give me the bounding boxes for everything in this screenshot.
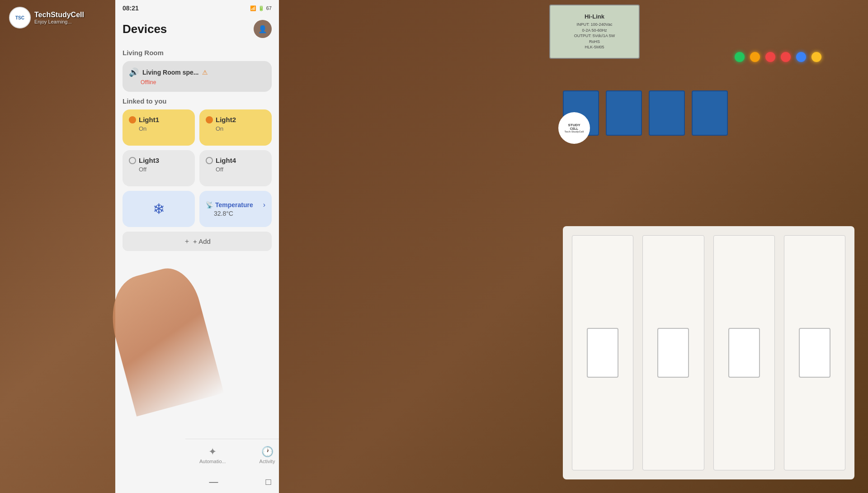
battery-icon: 🔋 [258,5,264,11]
led-indicators [735,52,821,62]
device-status: Offline [141,79,265,85]
light2-bulb-icon [206,116,213,123]
device-name: Living Room spe... [142,69,198,76]
switch-2[interactable] [642,235,704,470]
brand-overlay: TSC TechStudyCell Enjoy Learning... [9,7,84,28]
status-icons: 📶 🔋 67 [250,5,272,11]
automation-label: Automatio... [199,459,226,464]
living-room-device-card[interactable]: 🔊 Living Room spe... ⚠ Offline [123,61,272,92]
light4-status: Off [216,166,265,173]
automation-icon: ✦ [208,446,217,458]
activity-icon: 🕐 [261,446,274,458]
switch-toggle-4[interactable] [799,328,830,378]
wifi-icon: 📡 [206,201,213,209]
temperature-card[interactable]: 📡 Temperature › 32.8°C [199,191,272,227]
switch-1[interactable] [572,235,633,470]
add-icon: ＋ [184,237,190,246]
status-bar: 08:21 📶 🔋 67 [115,0,279,16]
add-label: + Add [193,237,211,245]
led-blue [796,52,806,62]
brand-logo: TSC [9,7,31,28]
led-red-2 [781,52,791,62]
activity-label: Activity [259,459,275,464]
brand-text-block: TechStudyCell Enjoy Learning... [34,11,84,24]
light1-status: On [139,125,189,132]
light3-header: Light3 [129,156,189,164]
relay-2 [606,90,642,136]
switch-4[interactable] [784,235,845,470]
switch-panel [563,226,854,479]
light4-card[interactable]: Light4 Off [199,150,272,186]
light3-card[interactable]: Light3 Off [123,150,195,186]
linked-section-label: Linked to you [123,97,272,105]
hilink-module: Hi-Link INPUT: 100-240Vac0-2A 50-60HzOUT… [549,5,640,59]
hilink-specs: INPUT: 100-240Vac0-2A 50-60HzOUTPUT: 5Vd… [574,22,615,50]
led-green [735,52,745,62]
temp-name: Temperature [215,201,261,209]
living-room-section-label: Living Room [123,49,272,57]
phone-screen: 08:21 📶 🔋 67 Devices 👤 Living Room 🔊 Liv… [115,0,279,493]
bottom-nav: ✦ Automatio... 🕐 Activity ⚙ Settings [185,439,279,470]
led-red-1 [765,52,775,62]
temp-arrow-icon: › [263,201,265,209]
light3-name: Light3 [139,156,159,164]
light1-card[interactable]: Light1 On [123,109,195,146]
system-nav: — □ ◁ [185,470,279,493]
hardware-background: Hi-Link INPUT: 100-240Vac0-2A 50-60HzOUT… [251,0,868,493]
led-yellow [750,52,760,62]
fan-card[interactable]: ❄ [123,191,195,227]
light2-header: Light2 [206,116,265,123]
phone-wrapper: 08:21 📶 🔋 67 Devices 👤 Living Room 🔊 Liv… [45,0,298,493]
nav-item-activity[interactable]: 🕐 Activity [240,446,279,464]
light1-header: Light1 [129,116,189,123]
recent-apps-button[interactable]: — [209,477,218,487]
switch-toggle-2[interactable] [657,328,689,378]
studycell-label: STUDY CELL Tech StudyCell [558,112,590,144]
brand-name: TechStudyCell [34,11,84,19]
app-header: Devices 👤 [115,16,279,43]
light4-name: Light4 [216,156,236,164]
avatar[interactable]: 👤 [254,20,272,38]
light2-status: On [216,125,265,132]
light4-header: Light4 [206,156,265,164]
light4-bulb-icon [206,157,213,164]
signal-icon: 📶 [250,5,256,11]
switch-3[interactable] [713,235,775,470]
light2-card[interactable]: Light2 On [199,109,272,146]
light3-bulb-icon [129,157,136,164]
device-icon-row: 🔊 Living Room spe... ⚠ [129,67,265,77]
add-button[interactable]: ＋ + Add [123,232,272,251]
relay-3 [649,90,685,136]
relay-4 [692,90,728,136]
battery-percent: 67 [266,5,272,11]
brand-tagline: Enjoy Learning... [34,19,84,24]
light1-bulb-icon [129,116,136,123]
temp-value: 32.8°C [214,210,265,217]
home-button[interactable]: □ [265,477,271,487]
warning-icon: ⚠ [202,69,208,76]
app-title: Devices [123,22,167,36]
light1-name: Light1 [139,116,159,123]
switch-toggle-1[interactable] [587,328,618,378]
hilink-brand: Hi-Link [585,13,604,20]
lights-grid: Light1 On Light2 On Light3 [123,109,272,186]
brand-logo-text: TSC [15,15,24,20]
light3-status: Off [139,166,189,173]
switch-toggle-3[interactable] [728,328,760,378]
bottom-devices: ❄ 📡 Temperature › 32.8°C [123,191,272,227]
speaker-icon: 🔊 [129,67,139,77]
light2-name: Light2 [216,116,236,123]
led-yellow-2 [811,52,821,62]
status-time: 08:21 [123,5,139,12]
temp-header: 📡 Temperature › [206,201,265,209]
nav-item-automation[interactable]: ✦ Automatio... [185,446,240,464]
fan-icon: ❄ [153,200,165,218]
